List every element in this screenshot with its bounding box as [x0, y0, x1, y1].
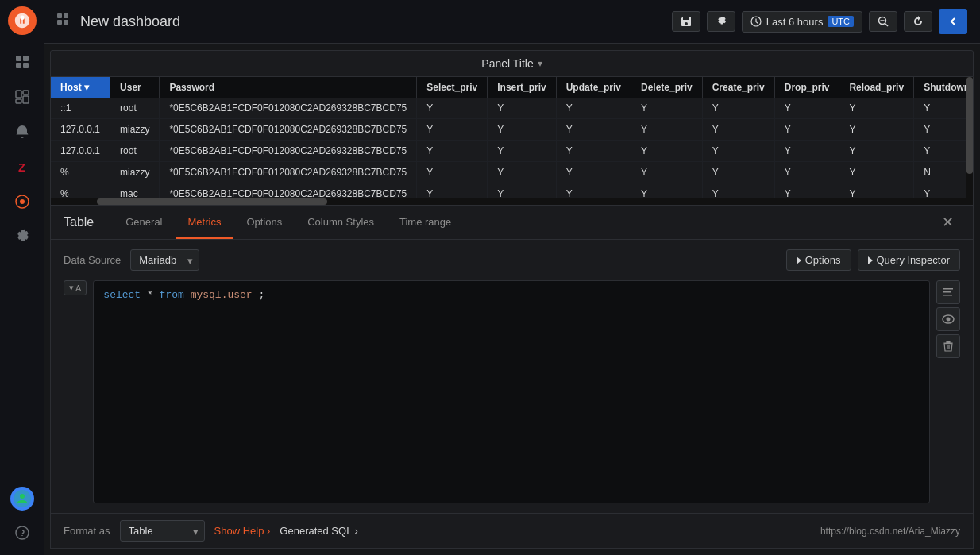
time-range-picker[interactable]: Last 6 hours UTC — [742, 11, 862, 33]
sidebar-item-zabbix[interactable]: Z — [6, 151, 38, 183]
svg-rect-14 — [64, 13, 68, 18]
refresh-button[interactable] — [904, 11, 932, 32]
watermark: https://blog.csdn.net/Aria_Miazzy — [820, 526, 960, 537]
save-button[interactable] — [672, 11, 700, 32]
query-area: Data Source Mariadb Options Qu — [51, 240, 973, 513]
svg-rect-5 — [16, 91, 21, 98]
table-row: %miazzy*0E5C6B2AB1FCDF0F012080C2AD269328… — [51, 162, 974, 183]
col-header-update-priv[interactable]: Update_priv — [556, 77, 631, 98]
col-header-user[interactable]: User — [110, 77, 160, 98]
scrollbar-v-thumb[interactable] — [966, 77, 973, 174]
table-cell: Y — [417, 141, 488, 162]
table-cell: Y — [631, 98, 703, 119]
col-header-reload-priv[interactable]: Reload_priv — [839, 77, 914, 98]
query-toggle-visibility-button[interactable] — [936, 307, 960, 331]
svg-line-19 — [885, 24, 889, 27]
tab-column-styles[interactable]: Column Styles — [295, 206, 387, 239]
query-inspector-label: Query Inspector — [877, 254, 951, 266]
sidebar-item-help[interactable] — [6, 517, 38, 549]
svg-rect-23 — [943, 295, 952, 296]
query-delete-button[interactable] — [936, 334, 960, 358]
panel-title[interactable]: Panel Title ▾ — [481, 57, 542, 70]
panel-title-caret-icon: ▾ — [538, 58, 542, 69]
scrollbar-thumb[interactable] — [97, 198, 327, 205]
svg-point-25 — [947, 318, 951, 322]
table-cell: Y — [702, 98, 774, 119]
table-cell: *0E5C6B2AB1FCDF0F012080C2AD269328BC7BCD7… — [160, 141, 417, 162]
close-editor-button[interactable]: ✕ — [936, 207, 960, 237]
sidebar-item-add[interactable] — [6, 46, 38, 78]
query-collapse-button[interactable]: ▾ A — [64, 280, 87, 295]
settings-button[interactable] — [707, 11, 735, 32]
table-cell: Y — [417, 162, 488, 183]
svg-point-12 — [16, 526, 29, 539]
panel-header: Panel Title ▾ — [50, 50, 974, 77]
table-cell: Y — [702, 162, 774, 183]
datasource-select[interactable]: Mariadb — [130, 249, 199, 271]
options-button[interactable]: Options — [786, 249, 851, 271]
query-inspector-button[interactable]: Query Inspector — [858, 249, 961, 271]
svg-rect-6 — [23, 91, 29, 94]
svg-rect-13 — [57, 13, 62, 18]
tab-metrics[interactable]: Metrics — [176, 206, 234, 239]
sidebar-item-explore[interactable] — [6, 186, 38, 218]
query-inspector-triangle-icon — [868, 256, 873, 264]
zoom-out-button[interactable] — [869, 11, 897, 32]
svg-rect-15 — [57, 20, 62, 25]
options-label: Options — [805, 254, 841, 266]
table-cell: Y — [631, 119, 703, 141]
back-button[interactable] — [939, 9, 967, 34]
datasource-select-wrap: Mariadb — [130, 249, 199, 271]
table-cell: Y — [774, 141, 839, 162]
table-cell: Y — [417, 98, 488, 119]
editor-title: Table — [64, 206, 106, 239]
query-editor-wrap: ▾ A select * from mysql.user ; — [64, 280, 960, 503]
col-header-password[interactable]: Password — [160, 77, 417, 98]
tab-general[interactable]: General — [113, 206, 175, 239]
svg-rect-3 — [16, 63, 21, 68]
table-cell: Y — [631, 162, 703, 183]
table-row: 127.0.0.1miazzy*0E5C6B2AB1FCDF0F012080C2… — [51, 119, 974, 141]
col-header-insert-priv[interactable]: Insert_priv — [488, 77, 556, 98]
svg-rect-22 — [943, 291, 951, 293]
col-header-shutdown-priv[interactable]: Shutdown_p — [914, 77, 974, 98]
table-cell: % — [51, 162, 110, 183]
vertical-scrollbar[interactable] — [966, 77, 973, 198]
col-header-drop-priv[interactable]: Drop_priv — [774, 77, 839, 98]
show-help-button[interactable]: Show Help › — [214, 525, 271, 537]
table-cell: Y — [914, 98, 974, 119]
sidebar-logo[interactable] — [8, 6, 37, 35]
tab-time-range[interactable]: Time range — [387, 206, 464, 239]
table-cell: *0E5C6B2AB1FCDF0F012080C2AD269328BC7BCD7… — [160, 98, 417, 119]
query-actions — [936, 280, 960, 503]
sidebar-item-alerting[interactable] — [6, 116, 38, 148]
col-header-host[interactable]: Host ▾ — [51, 77, 110, 98]
query-format-button[interactable] — [936, 280, 960, 304]
svg-rect-16 — [64, 20, 68, 25]
col-header-create-priv[interactable]: Create_priv — [702, 77, 774, 98]
table-row: 127.0.0.1root*0E5C6B2AB1FCDF0F012080C2AD… — [51, 141, 974, 162]
table-cell: miazzy — [110, 162, 160, 183]
sidebar-item-dashboard[interactable] — [6, 81, 38, 113]
col-header-select-priv[interactable]: Select_priv — [417, 77, 488, 98]
horizontal-scrollbar[interactable] — [51, 198, 973, 205]
table-cell: Y — [631, 141, 703, 162]
generated-sql-button[interactable]: Generated SQL › — [280, 525, 358, 537]
table-cell: Y — [488, 119, 556, 141]
col-header-delete-priv[interactable]: Delete_priv — [631, 77, 703, 98]
tabs-bar: Table General Metrics Options Column Sty… — [51, 206, 973, 240]
query-editor-box[interactable]: select * from mysql.user ; — [93, 280, 930, 503]
table-cell: Y — [702, 119, 774, 141]
options-triangle-icon — [797, 256, 801, 264]
panel-area: Panel Title ▾ Host ▾ User Password Selec… — [44, 44, 980, 555]
table-cell: Y — [556, 141, 631, 162]
data-table: Host ▾ User Password Select_priv Insert_… — [51, 77, 974, 205]
table-cell: Y — [839, 141, 914, 162]
user-avatar[interactable] — [10, 487, 34, 511]
table-cell: *0E5C6B2AB1FCDF0F012080C2AD269328BC7BCD7… — [160, 119, 417, 141]
sidebar-item-settings[interactable] — [6, 221, 38, 252]
table-cell: miazzy — [110, 119, 160, 141]
format-select-wrap: Table Time series — [120, 520, 205, 542]
tab-options[interactable]: Options — [233, 206, 295, 239]
format-select[interactable]: Table Time series — [120, 520, 205, 542]
